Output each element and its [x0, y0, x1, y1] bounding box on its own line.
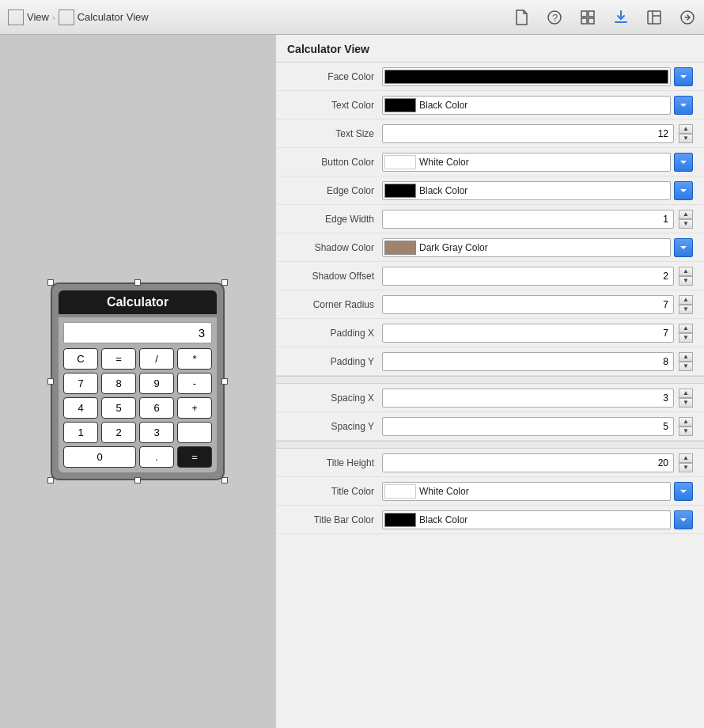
title-height-up[interactable]: ▲ — [679, 453, 693, 463]
shadow-color-dropdown-btn[interactable] — [674, 238, 693, 257]
calc-btn-mul[interactable]: * — [177, 348, 212, 370]
button-color-swatch — [384, 155, 416, 169]
file-icon[interactable] — [513, 9, 530, 26]
control-text-size: 12 ▲ ▼ — [382, 124, 693, 143]
spacing-x-field[interactable]: 3 — [382, 389, 674, 408]
calc-btn-5[interactable]: 5 — [101, 397, 136, 419]
view-icon — [8, 9, 24, 25]
calc-btn-3[interactable]: 3 — [139, 422, 174, 443]
spacing-y-down[interactable]: ▼ — [679, 427, 693, 436]
title-height-field[interactable]: 20 — [382, 453, 674, 472]
prop-shadow-offset: Shadow Offset 2 ▲ ▼ — [276, 262, 704, 290]
edge-width-up[interactable]: ▲ — [679, 210, 693, 219]
calc-btn-div[interactable]: / — [139, 348, 174, 370]
calc-btn-2[interactable]: 2 — [101, 422, 136, 443]
spacing-y-field[interactable]: 5 — [382, 417, 674, 436]
handle-bm[interactable] — [134, 477, 141, 483]
text-color-dropdown-btn[interactable] — [674, 96, 693, 115]
shadow-color-swatch — [384, 241, 416, 255]
prop-padding-y: Padding Y 8 ▲ ▼ — [276, 347, 704, 376]
title-color-field[interactable]: White Color — [382, 482, 671, 501]
edge-color-dropdown-btn[interactable] — [674, 181, 693, 200]
control-text-color: Black Color — [382, 96, 693, 115]
edge-width-field[interactable]: 1 — [382, 210, 674, 229]
calc-btn-1[interactable]: 1 — [63, 422, 98, 443]
text-size-field[interactable]: 12 — [382, 124, 674, 143]
shadow-offset-down[interactable]: ▼ — [679, 276, 693, 286]
label-spacing-x: Spacing X — [287, 392, 382, 404]
button-color-field[interactable]: White Color — [382, 153, 671, 172]
handle-tl[interactable] — [47, 279, 54, 286]
separator-1 — [276, 376, 704, 384]
calc-btn-eq1[interactable]: = — [101, 348, 136, 370]
text-size-up[interactable]: ▲ — [679, 124, 693, 134]
calc-btn-dot[interactable]: . — [139, 446, 174, 468]
padding-y-down[interactable]: ▼ — [679, 362, 693, 371]
padding-x-up[interactable]: ▲ — [679, 324, 693, 333]
edge-color-field[interactable]: Black Color — [382, 181, 671, 200]
help-icon[interactable]: ? — [546, 9, 563, 26]
corner-radius-down[interactable]: ▼ — [679, 305, 693, 314]
navigate-icon[interactable] — [679, 9, 696, 26]
inspector-icon[interactable] — [645, 9, 663, 26]
shadow-color-field[interactable]: Dark Gray Color — [382, 238, 671, 257]
handle-mr[interactable] — [221, 378, 228, 385]
corner-radius-field[interactable]: 7 — [382, 295, 674, 314]
spacing-y-up[interactable]: ▲ — [679, 417, 693, 427]
breadcrumb-view[interactable]: View — [8, 9, 49, 25]
calc-btn-6[interactable]: 6 — [139, 397, 174, 419]
handle-br[interactable] — [221, 477, 228, 483]
calc-btn-sub[interactable]: - — [177, 373, 212, 394]
calc-btn-c[interactable]: C — [63, 348, 98, 370]
padding-y-up[interactable]: ▲ — [679, 352, 693, 362]
handle-tr[interactable] — [221, 279, 228, 286]
handle-tm[interactable] — [134, 279, 141, 286]
title-height-down[interactable]: ▼ — [679, 463, 693, 472]
title-color-dropdown-btn[interactable] — [674, 482, 693, 501]
calculator: Calculator 3 C = / * 7 8 9 - 4 5 6 — [51, 282, 225, 480]
handle-ml[interactable] — [47, 378, 54, 385]
button-color-name: White Color — [419, 157, 469, 168]
calc-btn-9[interactable]: 9 — [139, 373, 174, 394]
face-color-dropdown-btn[interactable] — [674, 67, 693, 86]
prop-shadow-color: Shadow Color Dark Gray Color — [276, 233, 704, 262]
separator-2 — [276, 441, 704, 449]
spacing-x-up[interactable]: ▲ — [679, 389, 693, 398]
label-text-size: Text Size — [287, 128, 382, 139]
breadcrumb: View › Calculator View — [8, 9, 513, 25]
corner-radius-up[interactable]: ▲ — [679, 295, 693, 305]
breadcrumb-calculator-view[interactable]: Calculator View — [59, 9, 149, 25]
calc-btn-eq2[interactable]: = — [177, 446, 212, 468]
spacing-x-down[interactable]: ▼ — [679, 398, 693, 408]
calc-btn-4[interactable]: 4 — [63, 397, 98, 419]
text-color-field[interactable]: Black Color — [382, 96, 671, 115]
shadow-offset-up[interactable]: ▲ — [679, 267, 693, 276]
calc-btn-add[interactable]: + — [177, 397, 212, 419]
title-bar-color-dropdown-btn[interactable] — [674, 510, 693, 529]
label-text-color: Text Color — [287, 100, 382, 111]
text-size-down[interactable]: ▼ — [679, 134, 693, 143]
button-color-dropdown-btn[interactable] — [674, 153, 693, 172]
calc-btn-7[interactable]: 7 — [63, 373, 98, 394]
svg-text:?: ? — [552, 12, 558, 24]
spacing-x-stepper: ▲ ▼ — [679, 389, 693, 408]
download-icon[interactable] — [612, 9, 630, 26]
shadow-offset-field[interactable]: 2 — [382, 267, 674, 286]
grid-icon[interactable] — [579, 9, 596, 26]
padding-x-field[interactable]: 7 — [382, 324, 674, 343]
breadcrumb-calculator-view-label: Calculator View — [78, 11, 149, 23]
canvas-panel[interactable]: Calculator 3 C = / * 7 8 9 - 4 5 6 — [0, 35, 275, 728]
title-bar-color-field[interactable]: Black Color — [382, 510, 671, 529]
title-color-name: White Color — [419, 486, 469, 497]
control-title-height: 20 ▲ ▼ — [382, 453, 693, 472]
title-color-swatch — [384, 484, 416, 499]
padding-x-down[interactable]: ▼ — [679, 333, 693, 343]
prop-title-color: Title Color White Color — [276, 477, 704, 506]
prop-edge-color: Edge Color Black Color — [276, 176, 704, 205]
calc-btn-0[interactable]: 0 — [63, 446, 136, 468]
edge-width-down[interactable]: ▼ — [679, 219, 693, 229]
handle-bl[interactable] — [47, 477, 54, 483]
face-color-field[interactable] — [382, 67, 671, 86]
padding-y-field[interactable]: 8 — [382, 352, 674, 371]
calc-btn-8[interactable]: 8 — [101, 373, 136, 394]
